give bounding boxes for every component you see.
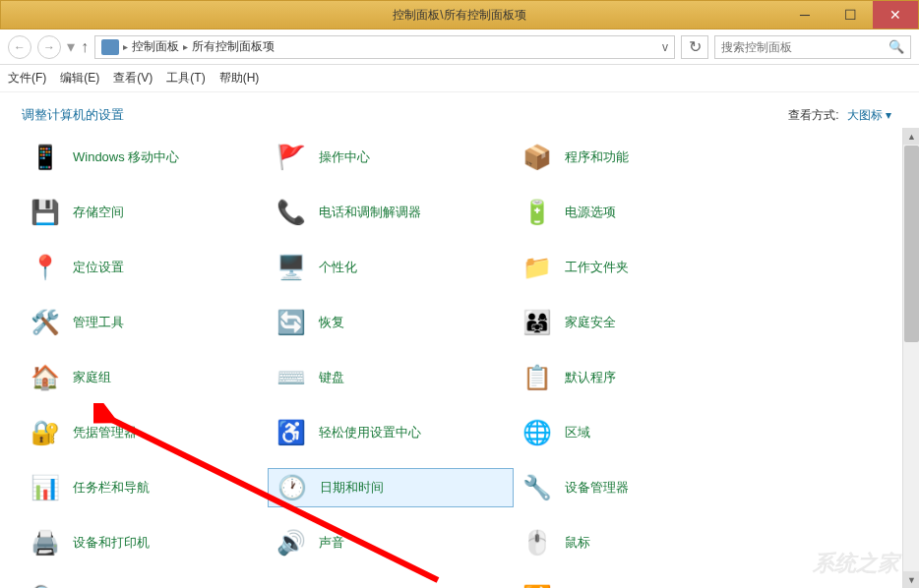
- item-location-settings[interactable]: 📍定位设置: [22, 248, 268, 287]
- date-time-icon: 🕐: [276, 472, 308, 503]
- item-homegroup[interactable]: 🏠家庭组: [22, 358, 268, 397]
- item-keyboard[interactable]: ⌨️键盘: [268, 358, 514, 397]
- item-label: 设备管理器: [565, 479, 629, 497]
- minimize-button[interactable]: ─: [782, 1, 827, 29]
- item-devices-printers[interactable]: 🖨️设备和打印机: [22, 523, 268, 562]
- scroll-down-button[interactable]: ▼: [903, 571, 919, 588]
- close-button[interactable]: ✕: [873, 1, 918, 29]
- scroll-thumb[interactable]: [904, 146, 919, 342]
- breadcrumb-root[interactable]: 控制面板: [132, 38, 179, 55]
- item-label: 恢复: [319, 314, 344, 331]
- breadcrumb-current[interactable]: 所有控制面板项: [192, 38, 275, 55]
- view-mode: 查看方式: 大图标 ▾: [788, 107, 891, 124]
- menu-view[interactable]: 查看(V): [113, 70, 153, 87]
- scroll-up-button[interactable]: ▲: [903, 128, 919, 145]
- item-label: 家庭组: [73, 369, 111, 386]
- item-region[interactable]: 🌐区域: [514, 413, 760, 452]
- ease-of-access-icon: ♿: [276, 417, 307, 448]
- item-mouse[interactable]: 🖱️鼠标: [514, 523, 760, 562]
- notification-icons-icon: 📟: [276, 582, 307, 588]
- phone-modem-icon: 📞: [276, 197, 307, 228]
- item-work-folders[interactable]: 📁工作文件夹: [514, 248, 760, 287]
- item-sound[interactable]: 🔊声音: [268, 523, 514, 562]
- menu-edit[interactable]: 编辑(E): [60, 70, 99, 87]
- menu-file[interactable]: 文件(F): [8, 70, 46, 87]
- region-icon: 🌐: [521, 417, 553, 448]
- item-indexing-options[interactable]: 🔍索引选项: [22, 578, 268, 588]
- item-power-options[interactable]: 🔋电源选项: [514, 193, 760, 232]
- item-label: 设备和打印机: [73, 534, 150, 552]
- item-label: 键盘: [319, 369, 344, 386]
- default-programs-icon: 📋: [521, 362, 553, 393]
- item-label: 任务栏和导航: [73, 479, 150, 497]
- up-button[interactable]: ▾: [67, 37, 75, 56]
- maximize-button[interactable]: ☐: [827, 1, 873, 29]
- items-grid: 📱Windows 移动中心🚩操作中心📦程序和功能💾存储空间📞电话和调制解调器🔋电…: [22, 138, 909, 588]
- item-ease-of-access[interactable]: ♿轻松使用设置中心: [268, 413, 514, 452]
- refresh-button[interactable]: ↻: [681, 35, 708, 59]
- item-credential-manager[interactable]: 🔐凭据管理器: [22, 413, 268, 452]
- item-admin-tools[interactable]: 🛠️管理工具: [22, 303, 268, 342]
- item-label: 管理工具: [73, 314, 124, 331]
- sync-center-icon: 🔁: [521, 582, 553, 588]
- item-label: 电源选项: [565, 204, 616, 221]
- vertical-scrollbar[interactable]: ▲ ▼: [902, 128, 919, 588]
- item-sync-center[interactable]: 🔁同步中心: [514, 578, 760, 588]
- chevron-right-icon: ▸: [123, 41, 128, 52]
- item-phone-modem[interactable]: 📞电话和调制解调器: [268, 193, 514, 232]
- work-folders-icon: 📁: [521, 252, 553, 283]
- taskbar-navigation-icon: 📊: [30, 472, 61, 503]
- keyboard-icon: ⌨️: [276, 362, 307, 393]
- window-controls: ─ ☐ ✕: [782, 1, 918, 29]
- menu-tools[interactable]: 工具(T): [166, 70, 205, 87]
- item-personalization[interactable]: 🖥️个性化: [268, 248, 514, 287]
- titlebar: 控制面板\所有控制面板项 ─ ☐ ✕: [0, 0, 919, 29]
- item-label: 声音: [319, 534, 344, 552]
- item-default-programs[interactable]: 📋默认程序: [514, 358, 760, 397]
- item-label: 区域: [565, 424, 590, 441]
- item-label: 家庭安全: [565, 314, 616, 331]
- item-windows-mobility-center[interactable]: 📱Windows 移动中心: [22, 138, 268, 177]
- search-box[interactable]: 🔍: [714, 35, 911, 59]
- admin-tools-icon: 🛠️: [30, 307, 61, 338]
- storage-spaces-icon: 💾: [30, 197, 61, 228]
- item-date-time[interactable]: 🕐日期和时间: [268, 468, 514, 507]
- devices-printers-icon: 🖨️: [30, 527, 61, 559]
- content-header: 调整计算机的设置 查看方式: 大图标 ▾: [0, 92, 919, 128]
- page-title: 调整计算机的设置: [22, 106, 124, 124]
- item-storage-spaces[interactable]: 💾存储空间: [22, 193, 268, 232]
- item-label: 定位设置: [73, 259, 124, 276]
- addressbar: ← → ▾ ↑ ▸ 控制面板 ▸ 所有控制面板项 v ↻ 🔍: [0, 29, 919, 65]
- homegroup-icon: 🏠: [30, 362, 61, 393]
- item-label: 存储空间: [73, 204, 124, 221]
- view-value-dropdown[interactable]: 大图标 ▾: [847, 107, 891, 124]
- item-family-safety[interactable]: 👨‍👩‍👧家庭安全: [514, 303, 760, 342]
- content-area: 📱Windows 移动中心🚩操作中心📦程序和功能💾存储空间📞电话和调制解调器🔋电…: [0, 128, 919, 588]
- power-options-icon: 🔋: [521, 197, 553, 228]
- sound-icon: 🔊: [276, 527, 307, 559]
- item-label: 凭据管理器: [73, 424, 137, 441]
- forward-button[interactable]: →: [37, 35, 61, 59]
- dropdown-icon[interactable]: v: [662, 40, 668, 54]
- item-device-manager[interactable]: 🔧设备管理器: [514, 468, 760, 507]
- up-arrow-button[interactable]: ↑: [81, 38, 89, 56]
- menu-help[interactable]: 帮助(H): [219, 70, 260, 87]
- device-manager-icon: 🔧: [521, 472, 553, 503]
- search-icon[interactable]: 🔍: [888, 39, 904, 54]
- mouse-icon: 🖱️: [521, 527, 553, 559]
- location-settings-icon: 📍: [30, 252, 61, 283]
- menubar: 文件(F) 编辑(E) 查看(V) 工具(T) 帮助(H): [0, 65, 919, 92]
- item-action-center[interactable]: 🚩操作中心: [268, 138, 514, 177]
- item-label: 电话和调制解调器: [319, 204, 421, 221]
- address-path[interactable]: ▸ 控制面板 ▸ 所有控制面板项 v: [94, 35, 675, 59]
- item-taskbar-navigation[interactable]: 📊任务栏和导航: [22, 468, 268, 507]
- item-label: 鼠标: [565, 534, 590, 552]
- back-button[interactable]: ←: [8, 35, 31, 59]
- item-programs-features[interactable]: 📦程序和功能: [514, 138, 760, 177]
- item-recovery[interactable]: 🔄恢复: [268, 303, 514, 342]
- item-notification-icons[interactable]: 📟通知区域图标: [268, 578, 514, 588]
- window-title: 控制面板\所有控制面板项: [1, 7, 918, 24]
- item-label: 轻松使用设置中心: [319, 424, 421, 441]
- windows-mobility-center-icon: 📱: [30, 142, 61, 173]
- search-input[interactable]: [721, 40, 888, 54]
